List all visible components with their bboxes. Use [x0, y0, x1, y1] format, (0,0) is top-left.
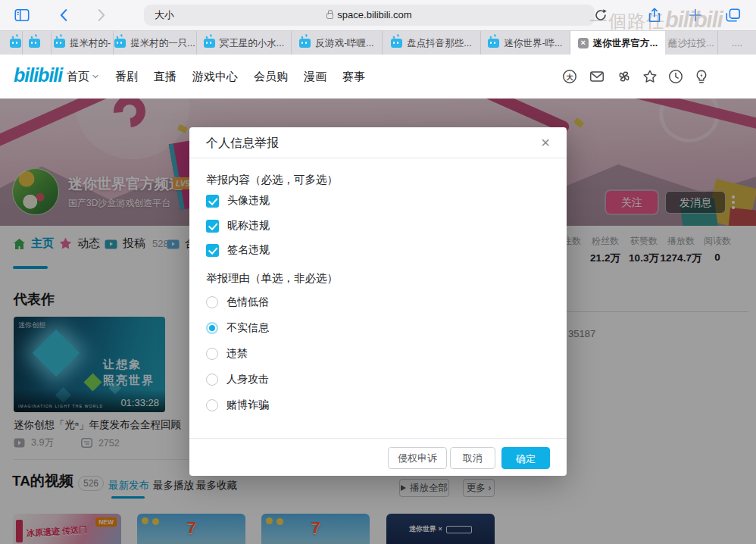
radio-icon[interactable]: [206, 296, 218, 308]
history-clock-icon[interactable]: [667, 68, 684, 85]
nav-link-esports[interactable]: 赛事: [342, 70, 365, 84]
radio-icon[interactable]: [206, 399, 218, 411]
bilibili-favicon-icon: [488, 39, 499, 48]
browser-tab[interactable]: 提米村的-: [52, 31, 114, 55]
browser-tab[interactable]: ....: [718, 31, 756, 55]
nav-link-home[interactable]: 首页: [67, 70, 99, 84]
checkbox-avatar-violation[interactable]: 头像违规: [206, 194, 270, 208]
radio-gambling-fraud[interactable]: 赌博诈骗: [206, 399, 269, 412]
browser-toolbar: 大小 space.bilibili.com: [0, 0, 756, 30]
nav-link-live[interactable]: 直播: [154, 70, 177, 84]
favorites-star-icon[interactable]: [642, 68, 658, 85]
reload-icon[interactable]: [592, 7, 609, 23]
forward-icon[interactable]: [92, 7, 109, 23]
checkbox-checked-icon[interactable]: [206, 220, 219, 233]
confirm-button[interactable]: 确定: [501, 447, 550, 469]
bilibili-favicon-icon: [10, 39, 21, 48]
browser-tab[interactable]: 蘸沙拉投...: [665, 31, 718, 55]
browser-tab-active[interactable]: ×迷你世界官方...: [570, 31, 665, 55]
checkbox-checked-icon[interactable]: [206, 195, 219, 208]
radio-personal-attack[interactable]: 人身攻击: [206, 373, 269, 386]
radio-false-information[interactable]: 不实信息: [206, 321, 269, 335]
back-icon[interactable]: [56, 7, 73, 23]
browser-tab-partial[interactable]: [0, 31, 23, 55]
radio-icon[interactable]: [206, 348, 218, 360]
browser-tab-strip: 提米村的- 提米村的一只... 冥王星的小水... 反游戏-哔喱... 盘点抖音…: [0, 30, 756, 55]
close-icon[interactable]: ×: [536, 133, 555, 152]
navbar-links: 首页 番剧 直播 游戏中心 会员购 漫画 赛事: [67, 55, 365, 98]
nav-link-manga[interactable]: 漫画: [304, 70, 326, 84]
bilibili-favicon-icon: [29, 39, 40, 48]
creative-bulb-icon[interactable]: [693, 68, 710, 85]
browser-tab[interactable]: 迷你世界-哔...: [481, 31, 570, 55]
sidebar-icon[interactable]: [14, 7, 30, 23]
report-reason-label: 举报理由（单选，非必选）: [206, 271, 338, 286]
bilibili-favicon-icon: [204, 39, 215, 48]
chevron-down-icon: [92, 73, 99, 80]
nav-link-game-center[interactable]: 游戏中心: [192, 70, 238, 84]
browser-tab[interactable]: 冥王星的小水...: [197, 31, 292, 55]
share-icon[interactable]: [646, 7, 663, 23]
svg-text:大: 大: [566, 73, 573, 81]
checkbox-checked-icon[interactable]: [206, 244, 219, 257]
browser-tab-icononly[interactable]: [23, 31, 52, 55]
report-modal: 个人信息举报 × 举报内容（必选，可多选） 头像违规 昵称违规 签名违规 举报理…: [189, 127, 567, 476]
mail-icon[interactable]: [589, 68, 605, 85]
modal-title: 个人信息举报: [206, 136, 279, 152]
bilibili-favicon-icon: [54, 39, 65, 48]
radio-icon[interactable]: [206, 374, 218, 386]
modal-header: 个人信息举报 ×: [189, 127, 567, 158]
cancel-button[interactable]: 取消: [450, 447, 495, 469]
dynamics-pinwheel-icon[interactable]: [616, 68, 633, 85]
bilibili-logo[interactable]: bilibili: [14, 64, 62, 86]
tabs-overview-icon[interactable]: [725, 7, 742, 23]
browser-tab[interactable]: 提米村的一只...: [114, 31, 197, 55]
close-tab-icon[interactable]: ×: [578, 38, 589, 48]
nav-link-vip-shop[interactable]: 会员购: [254, 70, 288, 84]
nav-link-bangumi[interactable]: 番剧: [115, 70, 138, 84]
radio-porn-vulgar[interactable]: 色情低俗: [206, 295, 269, 309]
browser-tab[interactable]: 反游戏-哔喱...: [292, 31, 383, 55]
radio-prohibited[interactable]: 违禁: [206, 347, 248, 361]
copyright-appeal-button[interactable]: 侵权申诉: [388, 447, 447, 469]
radio-selected-icon[interactable]: [206, 322, 218, 334]
report-content-label: 举报内容（必选，可多选）: [206, 173, 338, 187]
checkbox-signature-violation[interactable]: 签名违规: [206, 243, 270, 257]
lock-icon: [326, 13, 333, 19]
bilibili-navbar: bilibili 首页 番剧 直播 游戏中心 会员购 漫画 赛事 大: [0, 55, 756, 98]
modal-footer-divider: [189, 438, 567, 439]
bilibili-favicon-icon: [114, 39, 126, 48]
checkbox-nickname-violation[interactable]: 昵称违规: [206, 219, 270, 233]
browser-tab[interactable]: 盘点抖音那些...: [383, 31, 481, 55]
new-tab-icon[interactable]: [687, 7, 704, 23]
vip-icon[interactable]: 大: [561, 68, 578, 85]
url-text: space.bilibili.com: [144, 9, 595, 21]
url-bar[interactable]: 大小 space.bilibili.com: [144, 5, 595, 26]
bilibili-favicon-icon: [391, 39, 402, 48]
bilibili-favicon-icon: [299, 39, 311, 48]
